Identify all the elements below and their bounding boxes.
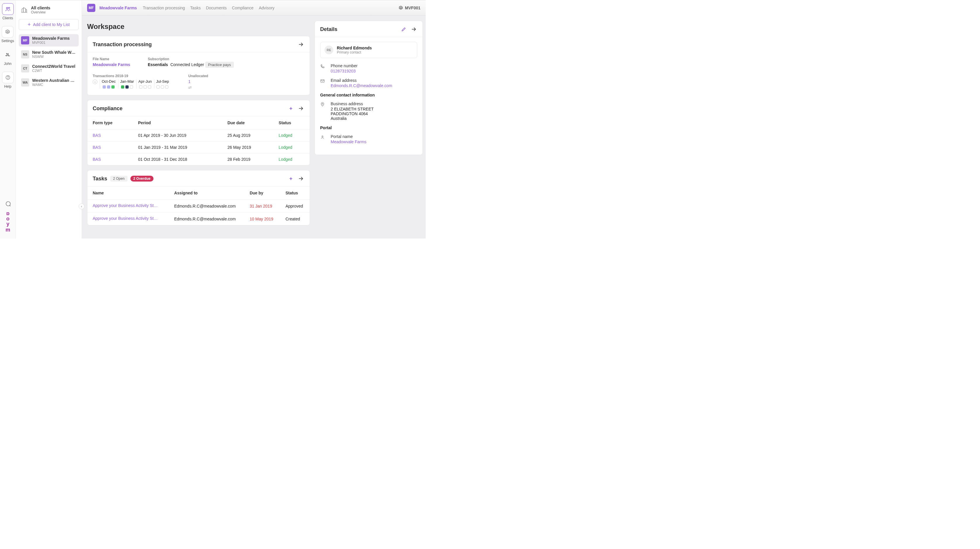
task-name-link[interactable]: Approve your Business Activity Statem… xyxy=(93,203,160,208)
subscription-kind: Connected Ledger xyxy=(170,62,204,67)
compliance-add-button[interactable]: + xyxy=(287,105,294,112)
svg-text:o: o xyxy=(6,216,10,221)
arrow-right-icon xyxy=(298,105,304,112)
client-row[interactable]: MFMeadowvale FarmsMVF001 xyxy=(19,34,79,46)
unallocated-link[interactable]: 1 xyxy=(188,79,208,84)
form-type-link[interactable]: BAS xyxy=(93,133,101,138)
contact-avatar: RE xyxy=(325,46,333,54)
form-type-link[interactable]: BAS xyxy=(93,157,101,162)
transaction-card: Transaction processing File Name Meadowv… xyxy=(87,36,310,95)
status-dot xyxy=(165,85,169,89)
table-header: Status xyxy=(274,116,310,129)
contact-role: Primary contact xyxy=(337,50,372,54)
portal-value[interactable]: Meadowvale Farms xyxy=(331,140,366,144)
client-sub: NSWW xyxy=(32,55,76,59)
email-icon xyxy=(320,79,325,83)
table-row[interactable]: Approve your Business Activity Statem…Ed… xyxy=(88,213,310,225)
rail-user[interactable]: JL John xyxy=(2,49,14,66)
transaction-open-button[interactable] xyxy=(298,41,304,48)
rail-settings[interactable]: Settings xyxy=(2,26,14,43)
primary-contact-card[interactable]: RE Richard Edmonds Primary contact xyxy=(320,42,417,58)
compliance-card: Compliance + Form typePeriodDue dateStat… xyxy=(87,100,310,165)
client-id-menu[interactable]: MVF001 xyxy=(398,6,420,10)
arrow-right-icon xyxy=(298,175,304,182)
details-open-button[interactable] xyxy=(410,26,417,33)
topbar-tabs: Transaction processingTasksDocumentsComp… xyxy=(143,6,274,10)
task-status-cell: Approved xyxy=(280,200,310,213)
top-tab[interactable]: Compliance xyxy=(232,6,253,10)
svg-point-12 xyxy=(322,136,323,137)
help-icon xyxy=(2,72,14,83)
email-value[interactable]: Edmonds.R.C@meadowvale.com xyxy=(331,83,392,88)
due-by-cell: 31 Jan 2019 xyxy=(244,200,280,213)
unallocated-label: Unallocated xyxy=(188,74,208,78)
client-badge: WA xyxy=(21,78,29,86)
quarters-prev-button[interactable]: ‹ xyxy=(93,80,97,84)
table-row[interactable]: BAS01 Jan 2019 - 31 Mar 201926 May 2019L… xyxy=(88,142,310,153)
all-clients-sub: Overview xyxy=(31,10,50,14)
client-sub: WAMC xyxy=(32,83,76,87)
plus-icon: + xyxy=(28,22,31,28)
tasks-card: Tasks 2 Open 2 Overdue + NameAssigned to… xyxy=(87,170,310,225)
due-date-cell: 28 Feb 2019 xyxy=(222,153,274,165)
details-heading: Details xyxy=(320,26,397,32)
rail-clients[interactable]: Clients xyxy=(2,3,14,20)
gear-icon xyxy=(2,26,13,38)
quarter[interactable]: Oct-Dec xyxy=(100,79,118,89)
status-dot xyxy=(139,85,142,89)
tasks-open-button[interactable] xyxy=(298,175,304,182)
general-contact-heading: General contact information xyxy=(320,93,417,97)
file-name-link[interactable]: Meadowvale Farms xyxy=(93,62,130,67)
transaction-heading: Transaction processing xyxy=(93,41,294,48)
compliance-open-button[interactable] xyxy=(298,105,304,112)
task-name-link[interactable]: Approve your Business Activity Statem… xyxy=(93,216,160,221)
merge-icon: ⇄ xyxy=(188,85,208,90)
details-card: Details RE Richard Edmonds xyxy=(315,21,423,155)
tasks-add-button[interactable]: + xyxy=(287,175,294,182)
form-type-link[interactable]: BAS xyxy=(93,145,101,150)
top-tab[interactable]: Advisory xyxy=(259,6,275,10)
rail-user-label: John xyxy=(4,62,11,66)
client-list: MFMeadowvale FarmsMVF001NSNew South Whal… xyxy=(19,34,79,89)
compliance-heading: Compliance xyxy=(93,105,285,112)
quarter[interactable]: Apr-Jun xyxy=(136,79,153,89)
top-tab[interactable]: Documents xyxy=(206,6,227,10)
client-sub: MVF001 xyxy=(32,41,70,45)
client-title: New South Whale Watc… xyxy=(32,50,76,55)
assigned-to-cell: Edmonds.R.C@meadowvale.com xyxy=(169,200,244,213)
client-name[interactable]: Meadowvale Farms xyxy=(99,6,137,10)
client-row[interactable]: NSNew South Whale Watc…NSWW xyxy=(19,48,79,60)
app-rail: Clients Settings JL John Help b xyxy=(0,0,16,239)
table-row[interactable]: Approve your Business Activity Statem…Ed… xyxy=(88,200,310,213)
status-dot xyxy=(111,85,115,89)
client-title: Western Australian Min… xyxy=(32,78,76,83)
tasks-overdue-chip: 2 Overdue xyxy=(130,176,153,181)
status-cell: Lodged xyxy=(274,142,310,153)
collapse-panel-button[interactable]: ‹ xyxy=(79,204,84,209)
due-date-cell: 26 May 2019 xyxy=(222,142,274,153)
top-tab[interactable]: Transaction processing xyxy=(143,6,185,10)
chat-icon[interactable] xyxy=(5,201,11,207)
svg-point-11 xyxy=(322,103,323,104)
location-icon xyxy=(320,102,325,107)
table-row[interactable]: BAS01 Apr 2019 - 30 Jun 201925 Aug 2019L… xyxy=(88,129,310,142)
phone-value[interactable]: 01287319203 xyxy=(331,69,358,73)
avatar: JL xyxy=(2,49,14,60)
client-badge: CT xyxy=(21,64,29,73)
status-dot xyxy=(130,85,133,89)
top-tab[interactable]: Tasks xyxy=(190,6,201,10)
status-cell: Lodged xyxy=(274,153,310,165)
quarter[interactable]: Jul-Sep xyxy=(154,79,171,89)
client-row[interactable]: CTConnect2World TravelC2WT xyxy=(19,62,79,75)
add-client-button[interactable]: + Add client to My List xyxy=(19,19,79,30)
quarter[interactable]: Jan-Mar xyxy=(118,79,136,89)
all-clients[interactable]: All clients Overview xyxy=(19,5,79,16)
rail-settings-label: Settings xyxy=(2,39,14,43)
client-row[interactable]: WAWestern Australian Min…WAMC xyxy=(19,76,79,89)
rail-help[interactable]: Help xyxy=(2,72,14,89)
client-title: Meadowvale Farms xyxy=(32,36,70,41)
topbar: MF Meadowvale Farms Transaction processi… xyxy=(82,0,426,16)
tasks-open-chip: 2 Open xyxy=(110,176,127,181)
table-row[interactable]: BAS01 Oct 2018 - 31 Dec 201828 Feb 2019L… xyxy=(88,153,310,165)
details-edit-button[interactable] xyxy=(400,26,407,33)
